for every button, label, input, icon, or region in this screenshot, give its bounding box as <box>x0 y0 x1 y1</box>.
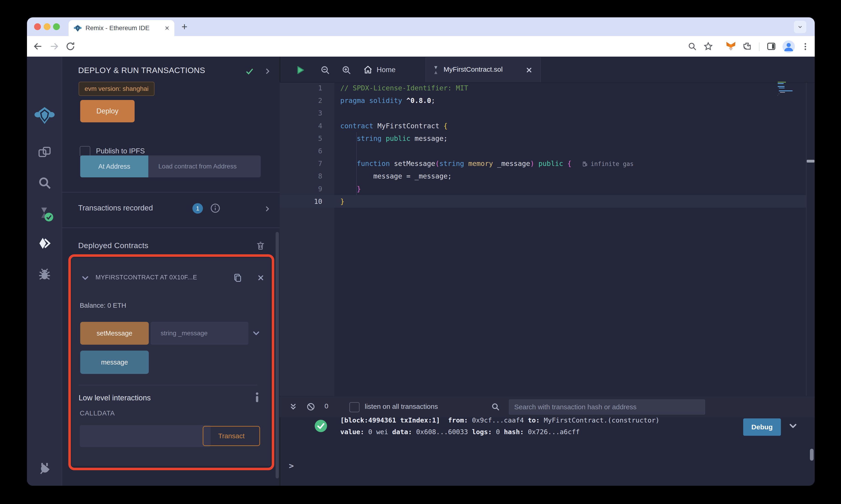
side-panel-icon[interactable] <box>767 41 776 51</box>
contract-close-icon[interactable] <box>257 274 265 282</box>
tab-myfirstcontract[interactable]: MyFirstContract.sol <box>426 57 541 83</box>
toolbar-separator <box>759 42 759 51</box>
file-explorer-icon[interactable] <box>37 145 52 160</box>
traffic-light-zoom[interactable] <box>53 23 60 30</box>
code-line: 4contract MyFirstContract { <box>280 120 806 132</box>
reload-icon[interactable] <box>65 41 75 51</box>
minimap[interactable] <box>778 82 802 100</box>
run-script-play-icon[interactable] <box>295 65 305 75</box>
section-divider <box>62 192 280 193</box>
code-line: 1// SPDX-License-Identifier: MIT <box>280 82 806 94</box>
tab-title: Remix - Ethereum IDE <box>85 24 150 32</box>
menu-kebab-icon[interactable] <box>801 42 810 51</box>
code-line: 3 <box>280 107 806 120</box>
listened-count: 0 <box>325 402 328 410</box>
code-line: 6 <box>280 145 806 157</box>
contract-balance: Balance: 0 ETH <box>80 302 126 309</box>
back-icon[interactable] <box>33 41 43 51</box>
solidity-file-icon <box>432 66 440 75</box>
transactions-count-badge: 1 <box>192 203 203 214</box>
metamask-icon[interactable] <box>726 41 736 51</box>
section-divider <box>62 228 280 228</box>
log-line: [block:4994361 txIndex:1] from: 0x9cf...… <box>340 415 770 426</box>
publish-ipfs-checkbox[interactable] <box>80 146 90 157</box>
calldata-input[interactable] <box>80 425 211 447</box>
bookmark-star-icon[interactable] <box>703 41 713 51</box>
panel-title: DEPLOY & RUN TRANSACTIONS <box>78 66 205 75</box>
log-expand-chevron-icon[interactable] <box>788 421 797 431</box>
code-line: 2pragma solidity ^0.8.0; <box>280 94 806 107</box>
trash-icon[interactable] <box>256 240 265 251</box>
tab-close-icon[interactable] <box>164 25 170 31</box>
code-line: 5 string public message; <box>280 132 806 145</box>
evm-version-badge: evm version: shanghai <box>79 82 154 96</box>
tx-success-check-icon <box>315 420 327 432</box>
contract-collapse-chevron-icon[interactable] <box>81 274 90 282</box>
tab-home[interactable]: Home <box>363 63 396 77</box>
profile-avatar[interactable] <box>783 40 795 53</box>
deployed-contracts-title: Deployed Contracts <box>78 241 149 250</box>
terminal-search-icon <box>491 402 500 411</box>
debugger-bug-icon[interactable] <box>37 267 52 282</box>
listen-checkbox[interactable] <box>349 402 360 412</box>
traffic-light-minimize[interactable] <box>44 23 51 30</box>
transactions-expand-chevron-icon[interactable] <box>263 205 271 213</box>
new-tab-button[interactable]: + <box>179 21 190 32</box>
terminal-search-input[interactable] <box>509 399 705 415</box>
card-divider <box>79 385 257 385</box>
terminal-prompt[interactable]: > <box>289 461 294 470</box>
panel-scrollbar[interactable] <box>276 232 279 479</box>
browser-toolbar: remix.ethereum.org/#lang=en&optimize=fal… <box>27 36 815 57</box>
forward-icon[interactable] <box>49 41 59 51</box>
search-icon[interactable] <box>37 176 52 190</box>
deploy-button[interactable]: Deploy <box>80 100 135 122</box>
message-button[interactable]: message <box>80 350 149 374</box>
remix-logo-icon[interactable] <box>35 106 55 126</box>
panel-check-icon <box>244 67 255 76</box>
home-icon <box>363 65 373 75</box>
scroll-gutter-divider <box>806 83 806 396</box>
home-tab-label: Home <box>377 66 396 74</box>
editor-scrollbar-mark[interactable] <box>807 160 814 163</box>
browser-window: Remix - Ethereum IDE + remix.ethereum.or… <box>27 17 815 486</box>
transact-button[interactable]: Transact <box>203 426 260 446</box>
browser-tab[interactable]: Remix - Ethereum IDE <box>69 20 174 36</box>
clear-console-icon[interactable] <box>306 402 315 411</box>
set-message-expand-chevron-icon[interactable] <box>252 329 260 337</box>
panel-expand-chevron-icon[interactable] <box>263 67 272 75</box>
code-line: 8 message = _message; <box>280 170 806 182</box>
extensions-puzzle-icon[interactable] <box>742 41 752 51</box>
code-editor[interactable]: 1// SPDX-License-Identifier: MIT2pragma … <box>280 82 806 208</box>
log-line: value: 0 wei data: 0x608...60033 logs: 0… <box>340 426 770 438</box>
solidity-compiler-icon[interactable] <box>37 205 51 220</box>
terminal-bar: 0 listen on all transactions <box>280 396 815 417</box>
debug-button[interactable]: Debug <box>743 418 781 436</box>
file-tab-close-icon[interactable] <box>526 67 533 74</box>
file-tab-label: MyFirstContract.sol <box>444 66 502 73</box>
transactions-recorded-label: Transactions recorded <box>78 204 153 212</box>
at-address-button[interactable]: At Address <box>80 156 148 177</box>
transactions-info-icon[interactable] <box>210 203 221 214</box>
code-line: 9 } <box>280 183 806 195</box>
set-message-button[interactable]: setMessage <box>80 322 149 345</box>
terminal-log: [block:4994361 txIndex:1] from: 0x9cf...… <box>340 415 770 438</box>
collapse-terminal-icon[interactable] <box>289 401 297 412</box>
listen-label: listen on all transactions <box>365 403 438 410</box>
plugin-manager-icon[interactable] <box>37 462 52 476</box>
set-message-input[interactable] <box>151 322 248 345</box>
traffic-light-close[interactable] <box>34 23 41 30</box>
zoom-in-icon[interactable] <box>341 65 352 75</box>
compiled-check-icon <box>45 213 53 221</box>
contract-title: MYFIRSTCONTRACT AT 0X10F...E <box>96 274 223 281</box>
terminal-scrollbar[interactable] <box>810 449 813 461</box>
icon-panel <box>27 57 62 486</box>
deploy-run-icon[interactable] <box>37 236 52 251</box>
tab-search-chevron-icon[interactable] <box>794 21 806 33</box>
zoom-page-icon[interactable] <box>687 41 697 51</box>
zoom-out-icon[interactable] <box>320 65 330 75</box>
low-level-info-icon[interactable] <box>255 392 260 403</box>
copy-address-icon[interactable] <box>233 272 243 284</box>
browser-tab-strip: Remix - Ethereum IDE + <box>27 17 815 36</box>
code-line: 10} <box>280 195 806 208</box>
at-address-input[interactable] <box>148 156 261 177</box>
